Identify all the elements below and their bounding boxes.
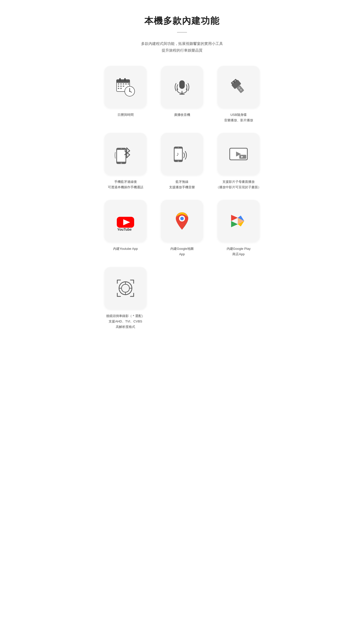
svg-rect-6 xyxy=(120,83,122,85)
features-row-3: YouTube 內建Youtube App 內建Google地圖 App xyxy=(101,200,263,257)
svg-point-19 xyxy=(129,91,130,92)
svg-line-34 xyxy=(127,148,130,151)
svg-line-37 xyxy=(127,155,130,158)
svg-rect-13 xyxy=(118,88,119,89)
page-title: 本機多款內建功能 xyxy=(101,15,263,27)
youtube-icon-box: YouTube xyxy=(104,200,146,242)
youtube-icon: YouTube xyxy=(114,210,136,232)
googleplay-label: 內建Google Play 商店App xyxy=(227,246,251,257)
svg-rect-10 xyxy=(118,86,119,87)
feature-googleplay: 內建Google Play 商店App xyxy=(214,200,263,257)
empty-cell-2 xyxy=(214,267,263,330)
subtitle: 多款內建程式與功能，拓展視聽饗宴的實用小工具 提升旅程的行車娛樂品質 xyxy=(101,40,263,54)
calendar-label: 日曆與時間 xyxy=(118,112,134,118)
radio-icon xyxy=(171,76,193,98)
usb-label: USB隨身碟 音樂播放、影片播放 xyxy=(224,112,253,123)
bluetooth-music-icon: ♪ xyxy=(171,143,193,165)
pip-icon xyxy=(228,143,250,165)
svg-point-41 xyxy=(178,161,179,162)
svg-rect-11 xyxy=(120,86,122,87)
subtitle-line1: 多款內建程式與功能，拓展視聽饗宴的實用小工具 xyxy=(141,42,223,46)
google-play-icon xyxy=(228,210,250,232)
feature-usb: USB隨身碟 音樂播放、影片播放 xyxy=(214,66,263,123)
svg-point-32 xyxy=(120,163,122,164)
google-maps-icon xyxy=(171,210,193,232)
svg-rect-14 xyxy=(120,88,122,89)
subtitle-line2: 提升旅程的行車娛樂品質 xyxy=(162,48,202,52)
features-row-1: 日曆與時間 廣播收音機 xyxy=(101,66,263,123)
svg-rect-20 xyxy=(179,80,185,89)
bluetooth-phone-icon xyxy=(114,143,136,165)
googlemaps-label: 內建Google地圖 App xyxy=(170,246,194,257)
pip-label: 支援影片子母畫面播放 （播放中影片可呈現於子畫面） xyxy=(216,179,261,190)
calendar-icon-box xyxy=(104,66,146,108)
svg-rect-2 xyxy=(116,79,130,83)
svg-rect-9 xyxy=(128,83,129,85)
svg-point-40 xyxy=(178,147,179,148)
features-row-4: 後鏡頭倒車錄影（＊選配） 支援AHD、TVI、CVBS 高解析度格式 xyxy=(101,267,263,330)
svg-rect-3 xyxy=(119,78,121,81)
svg-point-52 xyxy=(180,217,184,220)
svg-rect-5 xyxy=(118,83,119,85)
feature-pip: 支援影片子母畫面播放 （播放中影片可呈現於子畫面） xyxy=(214,133,263,190)
youtube-label: 內建Youtube App xyxy=(113,246,138,252)
feature-googlemaps: 內建Google地圖 App xyxy=(158,200,206,257)
radio-label: 廣播收音機 xyxy=(174,112,190,118)
camera-icon xyxy=(114,277,136,299)
feature-calendar: 日曆與時間 xyxy=(101,66,150,123)
bluetooth-music-label: 藍牙無線 支援播放手機音樂 xyxy=(169,179,195,190)
pip-icon-box xyxy=(218,133,260,175)
svg-rect-4 xyxy=(124,78,126,81)
calendar-clock-icon xyxy=(114,76,136,98)
features-row-2: 手機藍牙連線後 可透過本機操作手機通話 ♪ 藍牙無線 支援播放手機音樂 xyxy=(101,133,263,190)
feature-camera: 後鏡頭倒車錄影（＊選配） 支援AHD、TVI、CVBS 高解析度格式 xyxy=(101,267,150,330)
svg-rect-12 xyxy=(123,86,124,87)
feature-bluetooth-music: ♪ 藍牙無線 支援播放手機音樂 xyxy=(158,133,206,190)
svg-rect-30 xyxy=(117,150,126,162)
radio-icon-box xyxy=(161,66,203,108)
feature-youtube: YouTube 內建Youtube App xyxy=(101,200,150,257)
svg-text:♪: ♪ xyxy=(176,151,179,157)
bluetooth-icon-box xyxy=(104,133,146,175)
camera-label: 後鏡頭倒車錄影（＊選配） 支援AHD、TVI、CVBS 高解析度格式 xyxy=(106,313,145,330)
bluetooth-label: 手機藍牙連線後 可透過本機操作手機通話 xyxy=(108,179,143,190)
svg-text:YouTube: YouTube xyxy=(117,227,132,231)
camera-icon-box xyxy=(104,267,146,309)
svg-rect-7 xyxy=(123,83,124,85)
svg-point-31 xyxy=(121,148,122,149)
googleplay-icon-box xyxy=(218,200,260,242)
svg-rect-8 xyxy=(125,83,127,85)
svg-point-54 xyxy=(122,284,130,292)
usb-icon-box xyxy=(218,66,260,108)
usb-icon xyxy=(228,76,250,98)
bluetooth-music-icon-box: ♪ xyxy=(161,133,203,175)
googlemaps-icon-box xyxy=(161,200,203,242)
feature-radio: 廣播收音機 xyxy=(158,66,206,123)
empty-cell-1 xyxy=(158,267,206,330)
title-divider xyxy=(177,32,187,33)
feature-bluetooth: 手機藍牙連線後 可透過本機操作手機通話 xyxy=(101,133,150,190)
